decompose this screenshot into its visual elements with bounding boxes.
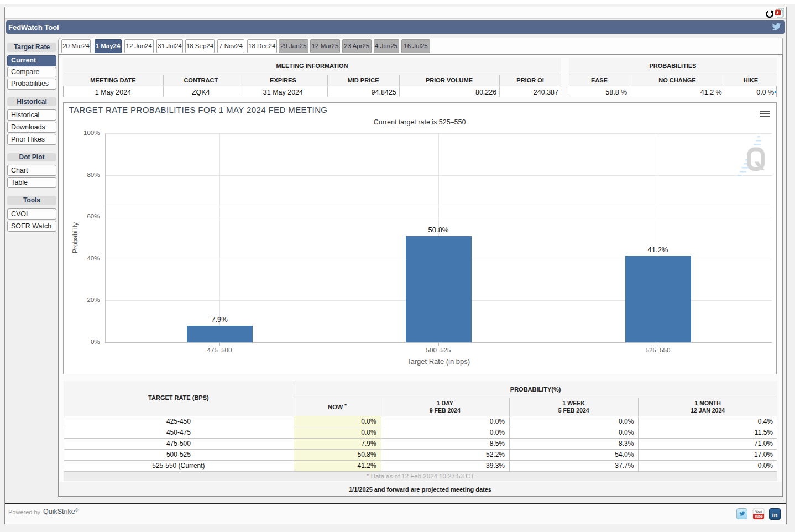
svg-text:Tube: Tube [754,514,763,518]
svg-text:You: You [755,510,762,514]
svg-text:in: in [772,511,777,518]
